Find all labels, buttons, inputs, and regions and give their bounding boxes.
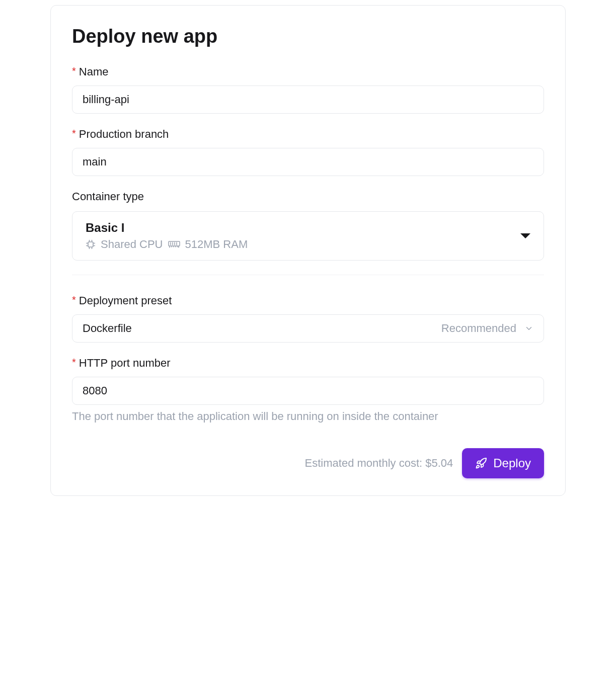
preset-field: *Deployment preset Dockerfile Recommende… — [72, 294, 544, 343]
branch-field: *Production branch — [72, 128, 544, 176]
container-label: Container type — [72, 190, 544, 203]
port-input[interactable] — [72, 377, 544, 405]
container-cpu-text: Shared CPU — [101, 238, 163, 251]
branch-label: *Production branch — [72, 128, 544, 141]
port-help-text: The port number that the application wil… — [72, 410, 544, 423]
name-input[interactable] — [72, 86, 544, 114]
name-label: *Name — [72, 65, 544, 78]
container-specs: Shared CPU 512MB RAM — [86, 238, 248, 251]
section-divider — [72, 275, 544, 275]
branch-label-text: Production branch — [79, 128, 169, 140]
container-field: Container type Basic I Shared CPU 512MB … — [72, 190, 544, 261]
required-star: * — [72, 294, 76, 305]
preset-label-text: Deployment preset — [79, 294, 172, 307]
cpu-icon — [86, 239, 96, 249]
svg-rect-0 — [88, 242, 93, 247]
footer-row: Estimated monthly cost: $5.04 Deploy — [72, 448, 544, 478]
preset-badge: Recommended — [441, 322, 516, 335]
deploy-app-card: Deploy new app *Name *Production branch … — [50, 5, 566, 496]
container-ram-text: 512MB RAM — [185, 238, 248, 251]
page-title: Deploy new app — [72, 26, 544, 47]
container-picker[interactable]: Basic I Shared CPU 512MB RAM — [72, 211, 544, 261]
container-label-text: Container type — [72, 190, 144, 203]
preset-label: *Deployment preset — [72, 294, 544, 307]
port-field: *HTTP port number The port number that t… — [72, 357, 544, 423]
branch-input[interactable] — [72, 148, 544, 176]
deploy-button[interactable]: Deploy — [462, 448, 544, 478]
container-name: Basic I — [86, 221, 248, 235]
caret-down-icon — [520, 233, 530, 238]
preset-right: Recommended — [441, 322, 533, 335]
ram-icon — [168, 240, 180, 248]
required-star: * — [72, 357, 76, 368]
deploy-button-label: Deploy — [493, 456, 531, 470]
rocket-icon — [475, 457, 487, 469]
preset-value: Dockerfile — [83, 322, 132, 335]
preset-select[interactable]: Dockerfile Recommended — [72, 314, 544, 343]
port-label-text: HTTP port number — [79, 357, 171, 369]
name-field: *Name — [72, 65, 544, 114]
chevron-down-icon — [524, 324, 533, 333]
required-star: * — [72, 128, 76, 139]
required-star: * — [72, 65, 76, 76]
cost-text: Estimated monthly cost: $5.04 — [305, 457, 453, 470]
port-label: *HTTP port number — [72, 357, 544, 370]
container-info: Basic I Shared CPU 512MB RAM — [86, 221, 248, 251]
name-label-text: Name — [79, 65, 109, 78]
